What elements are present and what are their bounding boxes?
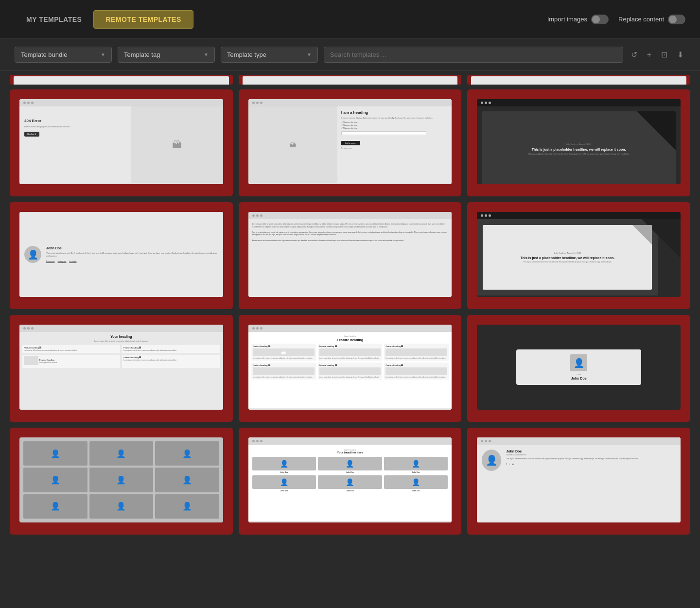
feature-4: Feature heading 🖼 Lorem ipsum dolor sit … — [122, 355, 220, 368]
3col-grid: Feature heading 🖼 🏔 Lorem ipsum dolor si… — [251, 344, 449, 380]
features-grid-layout: Feature heading 🖼 Lorem ipsum dolor sit … — [22, 345, 220, 368]
heading-h1: I am a heading — [341, 110, 448, 115]
template-card-dark-headline[interactable]: John Smith on August 2 2021 This is just… — [467, 89, 690, 196]
partial-card-2[interactable] — [239, 75, 462, 85]
dot-2 — [256, 214, 259, 217]
partial-card-3[interactable] — [467, 75, 690, 85]
partial-card-1[interactable] — [10, 75, 233, 85]
f3-header: Feature heading Lorem ipsum dolor sit am… — [24, 356, 119, 366]
browser-frame-2: 🏔 I am a heading If you're curious, this… — [248, 99, 452, 184]
tag-dropdown[interactable]: Template tag ▼ — [118, 47, 215, 63]
replace-content-toggle[interactable] — [668, 15, 685, 24]
browser-dots-2 — [248, 99, 452, 106]
template-card-headshots[interactable]: 👤 👤 👤 👤 👤 👤 👤 👤 👤 — [10, 428, 233, 535]
template-card-bio-detail[interactable]: 👤 John Doe Chief Executive Officer This … — [467, 428, 690, 535]
template-preview-3col: Super heading Feature heading Feature he… — [248, 325, 452, 410]
search-input[interactable] — [330, 51, 617, 58]
template-card-bio-dark[interactable]: 👤 CEO John Doe — [467, 315, 690, 422]
template-card-features-3col[interactable]: Super heading Feature heading Feature he… — [239, 315, 462, 422]
browser-frame: 404 Error Unable to find this page on ou… — [19, 99, 223, 184]
404-description: Unable to find this page on our developm… — [24, 125, 126, 128]
3col-f2-img — [319, 348, 381, 356]
browser-dots — [19, 99, 223, 106]
3col-f3-title: Feature heading 🖼 — [385, 345, 447, 347]
template-preview-bio-dark: 👤 CEO John Doe — [477, 325, 681, 410]
bio-detail-name: John Doe — [506, 450, 676, 453]
template-preview-bio-detail: 👤 John Doe Chief Executive Officer This … — [477, 437, 681, 522]
f1-title: Feature heading 🖼 — [24, 347, 119, 349]
f1-text: Lorem ipsum dolor sit amet, consectetur … — [24, 349, 119, 351]
check-1: ✓ This is a list item — [341, 121, 448, 123]
avatar-icon: 👤 — [28, 249, 38, 260]
dot-3 — [489, 440, 491, 442]
team-name-3: John Doe — [384, 471, 448, 473]
template-preview-features: Your heading Lorem ipsum dolor sit amet,… — [19, 325, 223, 410]
bio-dark-bg: 👤 CEO John Doe — [477, 325, 681, 410]
type-dropdown[interactable]: Template type ▼ — [221, 47, 318, 63]
toolbar-actions: ↺ + ⊡ ⬇ — [629, 48, 685, 61]
template-card-404[interactable]: 404 Error Unable to find this page on ou… — [10, 89, 233, 196]
template-card-features-grid[interactable]: Your heading Lorem ipsum dolor sit amet,… — [10, 315, 233, 422]
dark-triangle — [637, 111, 676, 150]
dot-1 — [481, 440, 483, 442]
bio-links: Facebook Instagram LinkedIn — [46, 260, 218, 262]
headshot-3: 👤 — [155, 441, 219, 466]
bio-text: This is just placeholder text. Don't be … — [46, 252, 218, 258]
template-card-bio[interactable]: 👤 John Doe This is just placeholder text… — [10, 202, 233, 309]
feature-1: Feature heading 🖼 Lorem ipsum dolor sit … — [22, 345, 120, 353]
bio-name: John Doe — [46, 246, 218, 250]
check-2: ✓ This is a list item — [341, 124, 448, 126]
team-member-5: 👤 John Doe — [318, 475, 382, 492]
bio-detail-text: This is just placeholder text. Don't be … — [506, 458, 676, 460]
f3-title: Feature heading — [39, 359, 57, 361]
3col-f4-img — [253, 367, 315, 375]
browser-dots-5 — [248, 212, 452, 219]
heading-text: If you're curious, this is a Welcome Lau… — [341, 117, 448, 120]
3col-f2-title: Feature heading 🖼 — [319, 345, 381, 347]
bio-facebook: Facebook — [46, 260, 55, 262]
search-box[interactable] — [324, 47, 623, 63]
features-sub: Lorem ipsum dolor sit amet, consectetur … — [22, 340, 220, 342]
team-member-1: 👤 John Doe — [252, 457, 316, 473]
add-icon[interactable]: + — [645, 49, 653, 61]
refresh-icon[interactable]: ↺ — [629, 48, 639, 61]
template-preview-bio: 👤 John Doe This is just placeholder text… — [19, 212, 223, 297]
inner-triangle — [632, 225, 652, 244]
browser-frame-7: Your heading Lorem ipsum dolor sit amet,… — [19, 325, 223, 410]
tab-remote-templates[interactable]: REMOTE TEMPLATES — [93, 10, 193, 29]
bio-detail-layout: 👤 John Doe Chief Executive Officer This … — [477, 445, 681, 521]
bio-detail-content: John Doe Chief Executive Officer This is… — [506, 450, 676, 466]
template-card-heading-form[interactable]: 🏔 I am a heading If you're curious, this… — [239, 89, 462, 196]
team-name-6: John Doe — [384, 490, 448, 492]
template-preview-article: Lorem ipsum dolor sit amet, consectetur … — [248, 212, 452, 297]
template-preview-dark-2: John Smith on August 11, 2021 This is ju… — [477, 212, 681, 297]
dark-inner: John Smith on August 2 2021 This is just… — [482, 111, 676, 184]
3col-sub: Super heading — [251, 335, 449, 337]
dot-2 — [256, 440, 259, 442]
template-card-dark-headline-2[interactable]: John Smith on August 11, 2021 This is ju… — [467, 202, 690, 309]
3col-f6-text: Lorem ipsum dolor sit amet, consectetur … — [385, 376, 447, 378]
bio-content: John Doe This is just placeholder text. … — [46, 246, 218, 262]
template-preview-heading: 🏔 I am a heading If you're curious, this… — [248, 99, 452, 184]
browser-frame-12: 👤 John Doe Chief Executive Officer This … — [477, 437, 681, 522]
template-card-team[interactable]: Super heading Your headline here 👤 John … — [239, 428, 462, 535]
dot-2 — [485, 102, 487, 104]
tag-dropdown-arrow: ▼ — [204, 52, 209, 57]
template-card-article[interactable]: Lorem ipsum dolor sit amet, consectetur … — [239, 202, 462, 309]
download-icon[interactable]: ⬇ — [675, 48, 685, 61]
team-member-2: 👤 John Doe — [318, 457, 382, 473]
team-content: Super heading Your headline here 👤 John … — [248, 445, 452, 521]
browser-frame-5: Lorem ipsum dolor sit amet, consectetur … — [248, 212, 452, 297]
dot-3 — [260, 214, 262, 217]
social-fb: f — [506, 463, 507, 466]
save-icon[interactable]: ⊡ — [659, 48, 669, 61]
template-preview-404: 404 Error Unable to find this page on ou… — [19, 99, 223, 184]
import-images-toggle[interactable] — [591, 15, 609, 24]
browser-dots-6 — [477, 212, 681, 219]
tab-my-templates[interactable]: MY TEMPLATES — [15, 11, 93, 28]
3col-f1-text: Lorem ipsum dolor sit amet, consectetur … — [253, 357, 315, 359]
f4-title: Feature heading 🖼 — [123, 356, 218, 359]
preview-404-left: 404 Error Unable to find this page on ou… — [19, 106, 131, 183]
bundle-dropdown[interactable]: Template bundle ▼ — [15, 47, 112, 63]
headshots-grid: 👤 👤 👤 👤 👤 👤 👤 👤 👤 — [19, 437, 223, 522]
